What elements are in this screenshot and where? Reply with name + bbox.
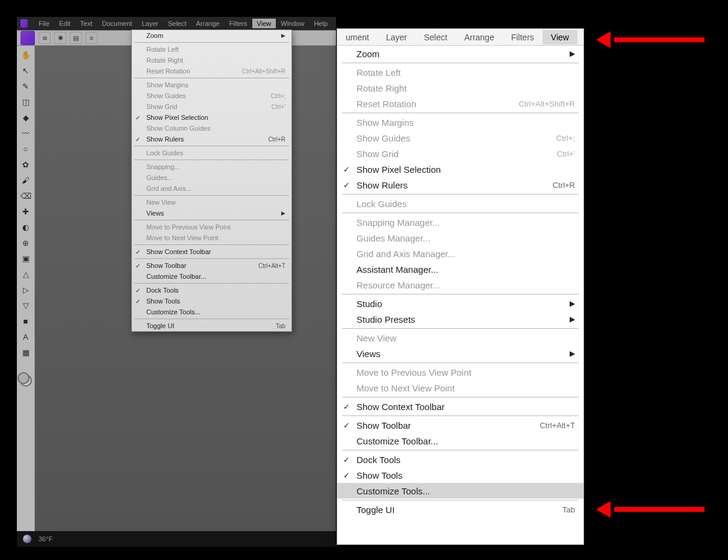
- tool-asset[interactable]: ▦: [20, 347, 31, 358]
- zoom-view-item-show-context-toolbar[interactable]: ✓Show Context Toolbar: [337, 399, 583, 414]
- zoom-menu-arrange[interactable]: Arrange: [456, 30, 503, 45]
- tool-heal[interactable]: ✚: [20, 206, 31, 217]
- view-item-dock-tools[interactable]: ✓Dock Tools: [132, 285, 291, 296]
- menu-item-label: Dock Tools: [146, 287, 179, 294]
- zoom-menu-view[interactable]: View: [543, 30, 577, 45]
- view-item-show-rulers[interactable]: ✓Show RulersCtrl+R: [132, 134, 291, 145]
- view-item-zoom[interactable]: Zoom▶: [132, 30, 291, 41]
- view-item-show-toolbar[interactable]: ✓Show ToolbarCtrl+Alt+T: [132, 260, 291, 271]
- menu-select[interactable]: Select: [163, 19, 191, 28]
- tool-stamp[interactable]: ⊕: [20, 237, 31, 248]
- check-icon: ✓: [343, 165, 350, 174]
- tool-brush[interactable]: 🖌: [20, 175, 31, 185]
- view-item-customize-tools[interactable]: Customize Tools...: [132, 306, 291, 317]
- persona-icon[interactable]: [20, 31, 35, 45]
- zoom-view-item-show-guides: Show GuidesCtrl+;: [337, 130, 583, 146]
- menu-item-label: Move to Next View Point: [146, 234, 219, 241]
- view-item-show-grid: Show GridCtrl+': [132, 101, 291, 112]
- zoom-view-item-studio[interactable]: Studio▶: [337, 296, 583, 311]
- zoom-view-item-toggle-ui[interactable]: Toggle UITab: [337, 502, 583, 517]
- view-item-show-context-toolbar[interactable]: ✓Show Context Toolbar: [132, 246, 291, 257]
- menu-item-label: Assistant Manager...: [356, 264, 438, 275]
- view-menu-dropdown[interactable]: Zoom▶Rotate LeftRotate RightReset Rotati…: [131, 30, 292, 332]
- zoom-view-item-dock-tools[interactable]: ✓Dock Tools: [337, 452, 583, 467]
- view-item-show-tools[interactable]: ✓Show Tools: [132, 296, 291, 306]
- zoom-menu-filters[interactable]: Filters: [503, 30, 543, 45]
- tool-pen[interactable]: ✎: [20, 81, 31, 92]
- menu-window[interactable]: Window: [276, 19, 309, 28]
- tool-move[interactable]: ↖: [20, 65, 31, 76]
- tool-marquee[interactable]: ○: [20, 143, 31, 154]
- menu-separator: [342, 362, 579, 363]
- view-item-show-pixel-selection[interactable]: ✓Show Pixel Selection: [132, 112, 291, 123]
- menu-file[interactable]: File: [34, 19, 54, 28]
- toolbar-button[interactable]: ≡: [86, 32, 98, 44]
- menu-text[interactable]: Text: [75, 19, 97, 28]
- check-icon: ✓: [135, 136, 140, 143]
- zoom-view-item-customize-tools[interactable]: Customize Tools...: [337, 483, 583, 499]
- tool-node[interactable]: ◆: [20, 112, 31, 123]
- view-item-views[interactable]: Views▶: [132, 208, 291, 219]
- toolbar-button[interactable]: ✺: [54, 32, 66, 44]
- menu-help[interactable]: Help: [309, 19, 332, 28]
- check-icon: ✓: [343, 402, 350, 411]
- enlarged-view-menu: umentLayerSelectArrangeFiltersView Zoom▶…: [337, 28, 584, 545]
- zoom-view-item-show-rulers[interactable]: ✓Show RulersCtrl+R: [337, 177, 583, 193]
- check-icon: ✓: [135, 298, 140, 305]
- tool-mesh[interactable]: △: [20, 269, 31, 279]
- view-item-reset-rotation: Reset RotationCtrl+Alt+Shift+R: [132, 66, 291, 76]
- menu-document[interactable]: Document: [97, 19, 137, 28]
- view-item-customize-toolbar[interactable]: Customize Toolbar...: [132, 271, 291, 282]
- menu-item-label: Guides Manager...: [356, 233, 431, 243]
- zoom-view-item-lock-guides: Lock Guides: [337, 196, 583, 211]
- menu-item-label: Show Column Guides: [146, 125, 210, 132]
- view-item-show-column-guides: Show Column Guides: [132, 123, 291, 134]
- menu-item-label: Show Margins: [146, 81, 188, 89]
- zoom-view-item-show-toolbar[interactable]: ✓Show ToolbarCtrl+Alt+T: [337, 417, 583, 433]
- tool-text[interactable]: A: [20, 331, 31, 342]
- tool-crop[interactable]: ◫: [20, 96, 31, 107]
- tool-hand[interactable]: ✋: [20, 49, 31, 60]
- zoom-view-item-zoom[interactable]: Zoom▶: [337, 46, 583, 61]
- menu-arrange[interactable]: Arrange: [191, 19, 225, 28]
- zoom-view-item-rotate-left: Rotate Left: [337, 64, 583, 80]
- check-icon: ✓: [135, 263, 140, 269]
- menu-item-label: Show Context Toolbar: [146, 248, 211, 255]
- menu-filters[interactable]: Filters: [225, 19, 252, 28]
- tool-shape[interactable]: ▷: [20, 284, 31, 295]
- tool-rect[interactable]: ■: [20, 316, 31, 326]
- enlarged-view-dropdown[interactable]: Zoom▶Rotate LeftRotate RightReset Rotati…: [337, 46, 583, 517]
- tool-spray[interactable]: 〰: [20, 128, 31, 138]
- zoom-view-item-studio-presets[interactable]: Studio Presets▶: [337, 311, 583, 327]
- menu-shortcut: Ctrl+Alt+Shift+R: [518, 99, 575, 108]
- menu-layer[interactable]: Layer: [137, 19, 163, 28]
- zoom-view-item-customize-toolbar[interactable]: Customize Toolbar...: [337, 433, 583, 449]
- tool-clone[interactable]: ✿: [20, 159, 31, 170]
- zoom-view-item-assistant-manager[interactable]: Assistant Manager...: [337, 261, 583, 277]
- zoom-menu-layer[interactable]: Layer: [378, 30, 415, 45]
- zoom-view-item-views[interactable]: Views▶: [337, 346, 583, 361]
- tool-eraser[interactable]: ⌫: [20, 190, 31, 201]
- view-item-rotate-right: Rotate Right: [132, 55, 291, 66]
- zoom-menu-ument[interactable]: ument: [337, 30, 378, 45]
- menu-item-label: Show Margins: [356, 117, 414, 128]
- tool-vector[interactable]: ▽: [20, 300, 31, 311]
- toolbar-button[interactable]: ▤: [70, 32, 82, 44]
- menu-item-label: Show Tools: [356, 470, 402, 481]
- submenu-arrow-icon: ▶: [570, 349, 575, 358]
- zoom-menu-select[interactable]: Select: [415, 30, 456, 45]
- check-icon: ✓: [343, 421, 350, 430]
- color-swatch[interactable]: [20, 375, 32, 387]
- tool-dodge[interactable]: ◐: [20, 222, 31, 232]
- zoom-view-item-show-pixel-selection[interactable]: ✓Show Pixel Selection: [337, 161, 583, 177]
- menu-separator: [134, 146, 289, 146]
- tool-fill[interactable]: ▣: [20, 253, 31, 264]
- menu-edit[interactable]: Edit: [54, 19, 75, 28]
- weather-icon: [23, 535, 31, 543]
- view-item-toggle-ui[interactable]: Toggle UITab: [132, 320, 291, 331]
- zoom-view-item-show-tools[interactable]: ✓Show Tools: [337, 467, 583, 483]
- toolbar-button[interactable]: ≋: [39, 32, 51, 44]
- menu-view[interactable]: View: [252, 19, 276, 28]
- menu-separator: [134, 258, 289, 259]
- menu-separator: [342, 213, 579, 213]
